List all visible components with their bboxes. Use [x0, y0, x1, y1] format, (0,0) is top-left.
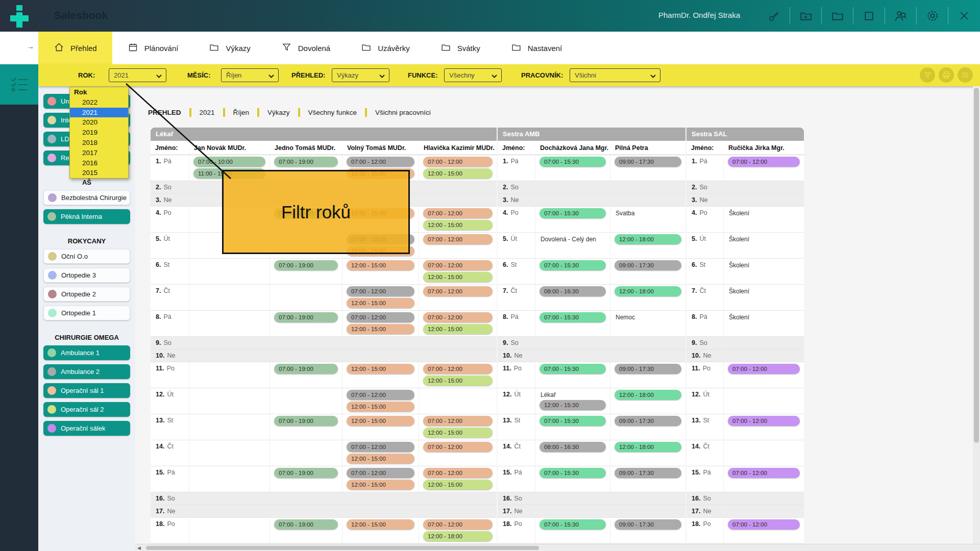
shift-pill[interactable]: 07:00 - 19:00 [274, 468, 338, 478]
schedule-cell[interactable] [419, 388, 497, 414]
schedule-cell[interactable]: 07:00 - 12:0012:00 - 15:00 [342, 285, 419, 310]
schedule-cell[interactable]: 07:00 - 12:00 [724, 362, 804, 388]
filter-funnel-icon[interactable] [920, 67, 935, 83]
tab-nastaveni[interactable]: Nastavení [496, 32, 578, 64]
shift-pill[interactable]: 12:00 - 15:00 [347, 454, 414, 464]
schedule-cell[interactable]: 09:00 - 17:30 [610, 414, 685, 440]
schedule-cell[interactable]: 08:00 - 16:30 [535, 285, 610, 310]
tab-planovani[interactable]: Plánování [112, 32, 194, 64]
schedule-cell[interactable] [610, 505, 685, 517]
schedule-cell[interactable]: 07:00 - 15:30 [535, 207, 610, 232]
shift-pill[interactable]: 07:00 - 19:00 [274, 416, 338, 426]
shift-pill[interactable]: 07:00 - 15:30 [540, 157, 606, 167]
year-option-2022[interactable]: 2022 [70, 97, 128, 108]
schedule-cell[interactable] [610, 194, 685, 206]
shift-pill[interactable]: 12:00 - 18:00 [423, 531, 493, 541]
schedule-cell[interactable]: Školení [724, 207, 804, 232]
shift-pill[interactable]: 07:00 - 19:00 [274, 364, 338, 374]
schedule-cell[interactable]: 07:00 - 12:0012:00 - 15:00 [419, 207, 497, 232]
shift-pill[interactable]: 12:00 - 15:00 [347, 402, 414, 412]
schedule-cell[interactable] [724, 440, 804, 466]
schedule-cell[interactable] [342, 492, 419, 505]
schedule-cell[interactable] [419, 337, 497, 349]
shift-pill[interactable]: 07:00 - 12:00 [728, 468, 800, 478]
schedule-cell[interactable]: 12:00 - 18:00 [610, 285, 685, 310]
shift-pill[interactable]: 09:00 - 17:30 [615, 157, 681, 167]
schedule-cell[interactable]: 07:00 - 12:00 [724, 466, 804, 492]
stop-square-icon[interactable] [862, 9, 876, 23]
schedule-cell[interactable]: 07:00 - 19:00 [270, 259, 342, 284]
schedule-cell[interactable] [189, 518, 270, 543]
shift-pill[interactable]: 12:00 - 18:00 [615, 390, 681, 400]
schedule-cell[interactable] [724, 337, 804, 349]
schedule-cell[interactable]: 07:00 - 12:0012:00 - 15:00 [419, 466, 497, 492]
schedule-cell[interactable] [342, 505, 419, 517]
printer-icon[interactable] [939, 67, 954, 83]
shift-pill[interactable]: 07:00 - 12:00 [423, 416, 493, 426]
schedule-cell[interactable]: Školení [724, 285, 804, 310]
schedule-cell[interactable] [270, 388, 342, 414]
schedule-cell[interactable]: 07:00 - 15:30 [535, 362, 610, 388]
shift-pill[interactable]: 07:00 - 12:00 [347, 286, 414, 296]
schedule-cell[interactable]: 07:00 - 19:00 [270, 362, 342, 388]
schedule-cell[interactable]: 12:00 - 18:00 [610, 233, 685, 258]
folder-new-icon[interactable]: N [799, 9, 813, 23]
shift-pill[interactable]: 07:00 - 12:00 [347, 312, 414, 322]
vertical-scrollbar-thumb[interactable] [974, 88, 979, 443]
schedule-cell[interactable] [419, 181, 497, 193]
schedule-cell[interactable]: 09:00 - 17:30 [610, 259, 685, 284]
schedule-cell[interactable]: Dovolená - Celý den [535, 233, 610, 258]
schedule-cell[interactable]: 07:00 - 12:0012:00 - 15:00 [342, 440, 419, 466]
schedule-cell[interactable]: 07:00 - 12:00 [419, 233, 497, 258]
schedule-cell[interactable] [535, 194, 610, 206]
shift-pill[interactable]: 12:00 - 15:00 [423, 220, 493, 230]
schedule-cell[interactable] [189, 362, 270, 388]
schedule-cell[interactable] [270, 492, 342, 505]
year-option-2020[interactable]: 2020 [70, 117, 128, 128]
year-option-2019[interactable]: 2019 [70, 128, 128, 138]
shift-pill[interactable]: 07:00 - 12:00 [423, 364, 493, 374]
year-option-2015[interactable]: 2015 [70, 168, 128, 178]
shift-pill[interactable]: 07:00 - 12:00 [423, 468, 493, 478]
shift-pill[interactable]: 07:00 - 12:00 [347, 468, 414, 478]
schedule-cell[interactable] [419, 505, 497, 517]
schedule-cell[interactable] [724, 492, 804, 505]
schedule-cell[interactable] [535, 492, 610, 505]
schedule-cell[interactable] [342, 337, 419, 349]
schedule-cell[interactable]: 07:00 - 19:00 [270, 518, 342, 543]
sidebar-item-ambulance-1[interactable]: Ambulance 1 [43, 345, 130, 360]
shift-pill[interactable]: 07:00 - 12:00 [728, 157, 800, 167]
schedule-cell[interactable] [610, 337, 685, 349]
schedule-cell[interactable] [610, 181, 685, 193]
shift-pill[interactable]: 12:00 - 15:00 [347, 519, 414, 530]
schedule-cell[interactable] [342, 349, 419, 362]
schedule-cell[interactable]: 09:00 - 17:30 [610, 466, 685, 492]
sidebar-item-ortopedie-3[interactable]: Ortopedie 3 [43, 268, 130, 283]
shift-pill[interactable]: 07:00 - 15:30 [540, 208, 606, 218]
schedule-cell[interactable] [724, 505, 804, 517]
horizontal-scrollbar-thumb[interactable] [146, 546, 539, 550]
schedule-cell[interactable]: 07:00 - 15:30 [535, 311, 610, 336]
schedule-cell[interactable]: 07:00 - 12:0012:00 - 15:00 [342, 466, 419, 492]
schedule-cell[interactable]: 07:00 - 19:00 [270, 466, 342, 492]
gear-icon[interactable] [925, 9, 939, 23]
tab-prehled[interactable]: Přehled [38, 32, 112, 64]
schedule-cell[interactable]: Školení [724, 311, 804, 336]
schedule-cell[interactable]: 07:00 - 12:0012:00 - 15:00 [419, 311, 497, 336]
shift-pill[interactable]: 07:00 - 15:30 [540, 260, 606, 270]
shift-pill[interactable]: 07:00 - 15:30 [540, 312, 606, 322]
sidebar-item-ortopedie-1[interactable]: Ortopedie 1 [43, 306, 130, 320]
sidebar-item-oc-ni-o-o[interactable]: Oční O.o [43, 249, 130, 264]
sidebar-item-pe-kna-interna[interactable]: Pěkná Interna [43, 209, 130, 224]
schedule-cell[interactable] [270, 440, 342, 466]
filter-select[interactable]: Výkazy [332, 68, 389, 82]
schedule-cell[interactable]: 07:00 - 12:00 [724, 155, 804, 181]
schedule-cell[interactable]: 07:00 - 15:30 [535, 259, 610, 284]
sidebar-item-ambulance-2[interactable]: Ambulance 2 [43, 364, 130, 379]
shift-pill[interactable]: 12:00 - 15:00 [423, 324, 493, 334]
schedule-cell[interactable]: 07:00 - 15:30 [535, 414, 610, 440]
tab-uzaverky[interactable]: Uzávěrky [346, 32, 425, 64]
shift-pill[interactable]: 09:00 - 17:30 [615, 519, 681, 530]
schedule-cell[interactable] [189, 414, 270, 440]
shift-pill[interactable]: 12:00 - 18:00 [615, 234, 681, 244]
